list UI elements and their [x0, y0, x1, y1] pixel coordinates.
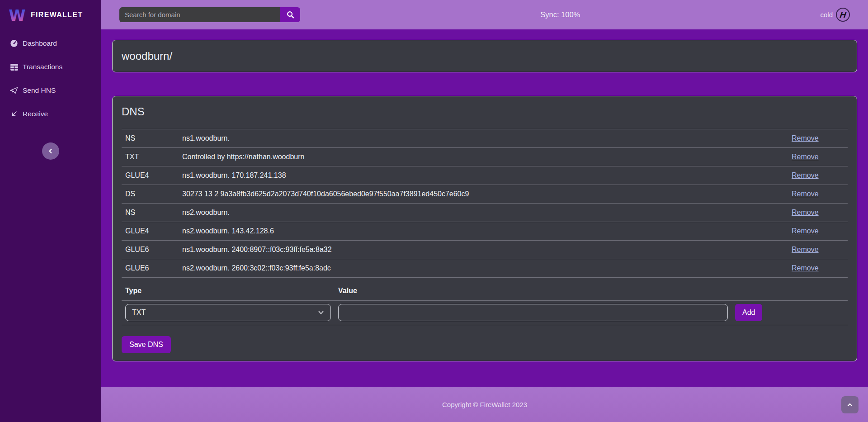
chevron-left-icon	[48, 148, 53, 154]
main-content: woodburn/ DNS NS ns1.woodburn. Remove TX…	[101, 29, 868, 387]
footer: Copyright © FireWallet 2023	[101, 387, 868, 422]
record-value: ns2.woodburn.	[179, 204, 788, 222]
record-value: ns2.woodburn. 2600:3c02::f03c:93ff:fe5a:…	[179, 259, 788, 278]
remove-link[interactable]: Remove	[792, 153, 819, 161]
copyright-text: Copyright © FireWallet 2023	[442, 401, 527, 408]
brand-name: FIREWALLET	[31, 11, 83, 19]
sidebar-item-label: Transactions	[23, 63, 62, 71]
record-type: GLUE6	[122, 241, 179, 259]
domain-search	[119, 7, 300, 22]
record-type: GLUE4	[122, 222, 179, 241]
table-icon	[9, 64, 19, 71]
sidebar-nav: Dashboard Transactions Send HNS	[0, 29, 101, 130]
record-value: Controlled by https://nathan.woodburn	[179, 148, 788, 166]
record-value: ns2.woodburn. 143.42.128.6	[179, 222, 788, 241]
wallet-mode-label: cold	[820, 11, 833, 19]
record-type: NS	[122, 204, 179, 222]
remove-link[interactable]: Remove	[792, 264, 819, 272]
search-icon	[287, 11, 294, 19]
search-input[interactable]	[119, 7, 280, 22]
sidebar-item-label: Dashboard	[23, 39, 57, 47]
dns-add-form: Type Value TXT	[122, 284, 848, 325]
record-row: GLUE6 ns2.woodburn. 2600:3c02::f03c:93ff…	[122, 259, 848, 278]
svg-text:W: W	[9, 6, 25, 24]
sidebar-item-dashboard[interactable]: Dashboard	[0, 36, 101, 51]
remove-link[interactable]: Remove	[792, 171, 819, 179]
dns-records-table: NS ns1.woodburn. Remove TXT Controlled b…	[122, 129, 848, 278]
record-row: DS 30273 13 2 9a3a8fb3d625d2a2073d740f10…	[122, 185, 848, 204]
wallet-status: cold H	[820, 8, 850, 22]
page-title: woodburn/	[122, 50, 172, 62]
record-value: 30273 13 2 9a3a8fb3d625d2a2073d740f10da6…	[179, 185, 788, 204]
paper-plane-icon	[9, 87, 19, 94]
record-type-selected: TXT	[132, 308, 146, 317]
record-row: NS ns2.woodburn. Remove	[122, 204, 848, 222]
record-type: DS	[122, 185, 179, 204]
record-value: ns1.woodburn.	[179, 129, 788, 148]
sidebar-item-transactions[interactable]: Transactions	[0, 59, 101, 75]
brand-logo[interactable]: W FIREWALLET	[0, 0, 101, 29]
sidebar-item-send-hns[interactable]: Send HNS	[0, 83, 101, 98]
record-value-input[interactable]	[338, 304, 728, 321]
sidebar-item-label: Receive	[23, 110, 48, 118]
scroll-to-top-button[interactable]	[841, 396, 859, 413]
handshake-icon: H	[836, 8, 850, 22]
dns-section-title: DNS	[122, 105, 848, 118]
value-column-header: Value	[335, 284, 848, 301]
remove-link[interactable]: Remove	[792, 246, 819, 253]
topbar: Sync: 100% cold H	[101, 0, 868, 29]
sync-status: Sync: 100%	[540, 10, 580, 19]
record-type-select[interactable]: TXT	[125, 304, 331, 321]
main-column: Sync: 100% cold H woodburn/ DNS NS ns1.w…	[101, 0, 868, 422]
firewallet-w-icon: W	[7, 5, 27, 25]
dns-records-body: NS ns1.woodburn. Remove TXT Controlled b…	[122, 129, 848, 278]
record-type: NS	[122, 129, 179, 148]
arrow-down-left-icon	[9, 110, 19, 118]
sidebar-collapse-button[interactable]	[42, 142, 59, 160]
record-row: GLUE4 ns2.woodburn. 143.42.128.6 Remove	[122, 222, 848, 241]
chevron-up-icon	[847, 402, 853, 408]
search-button[interactable]	[280, 7, 300, 22]
remove-link[interactable]: Remove	[792, 209, 819, 216]
sidebar: W FIREWALLET Dashboard	[0, 0, 101, 422]
sidebar-item-label: Send HNS	[23, 86, 56, 95]
record-row: GLUE4 ns1.woodburn. 170.187.241.138 Remo…	[122, 166, 848, 185]
record-type: GLUE6	[122, 259, 179, 278]
add-record-button[interactable]: Add	[735, 304, 762, 321]
record-value: ns1.woodburn. 2400:8907::f03c:93ff:fe5a:…	[179, 241, 788, 259]
dns-card: DNS NS ns1.woodburn. Remove TXT Controll…	[112, 96, 857, 361]
record-type: GLUE4	[122, 166, 179, 185]
record-type: TXT	[122, 148, 179, 166]
remove-link[interactable]: Remove	[792, 227, 819, 235]
record-row: NS ns1.woodburn. Remove	[122, 129, 848, 148]
remove-link[interactable]: Remove	[792, 190, 819, 198]
type-column-header: Type	[122, 284, 335, 301]
remove-link[interactable]: Remove	[792, 134, 819, 142]
record-row: GLUE6 ns1.woodburn. 2400:8907::f03c:93ff…	[122, 241, 848, 259]
record-value: ns1.woodburn. 170.187.241.138	[179, 166, 788, 185]
sidebar-item-receive[interactable]: Receive	[0, 106, 101, 122]
chevron-down-icon	[318, 309, 324, 316]
gauge-icon	[9, 39, 19, 47]
domain-title-card: woodburn/	[112, 40, 857, 72]
save-dns-button[interactable]: Save DNS	[122, 336, 171, 353]
record-row: TXT Controlled by https://nathan.woodbur…	[122, 148, 848, 166]
